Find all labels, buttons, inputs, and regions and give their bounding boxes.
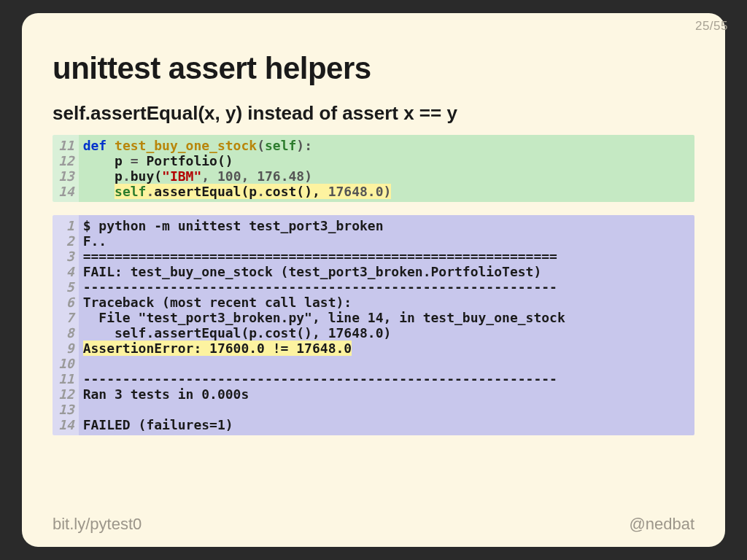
highlight: self.assertEqual(p.cost(), 17648.0) <box>115 184 391 199</box>
line-number: 5 <box>58 279 74 295</box>
code-line: p.buy("IBM", 100, 176.48) <box>83 168 689 184</box>
footer-right: @nedbat <box>629 515 694 534</box>
code-line: def test_buy_one_stock(self): <box>83 138 689 153</box>
line-number: 1 <box>58 218 74 233</box>
code-line <box>83 356 689 371</box>
line-number: 14 <box>58 417 74 432</box>
code-line: Ran 3 tests in 0.000s <box>83 386 689 402</box>
page-counter: 25/55 <box>695 19 728 34</box>
code-block-terminal: 1234567891011121314 $ python -m unittest… <box>53 215 694 435</box>
line-number-gutter: 11121314 <box>53 135 79 202</box>
highlight: AssertionError: 17600.0 != 17648.0 <box>83 341 352 356</box>
code-line: FAIL: test_buy_one_stock (test_port3_bro… <box>83 264 689 279</box>
slide-subtitle: self.assertEqual(x, y) instead of assert… <box>53 102 694 125</box>
line-number: 8 <box>58 325 74 341</box>
slide-footer: bit.ly/pytest0 @nedbat <box>53 515 694 534</box>
code-line: ========================================… <box>83 249 689 264</box>
code-line: p = Portfolio() <box>83 153 689 168</box>
line-number: 4 <box>58 264 74 279</box>
line-number: 2 <box>58 233 74 249</box>
line-number: 10 <box>58 356 74 371</box>
line-number: 12 <box>58 386 74 402</box>
code-line: File "test_port3_broken.py", line 14, in… <box>83 310 689 325</box>
line-number: 14 <box>58 184 74 199</box>
code-line: FAILED (failures=1) <box>83 417 689 432</box>
code-block-python: 11121314 def test_buy_one_stock(self): p… <box>53 135 694 202</box>
footer-link[interactable]: pytest0 <box>90 515 142 533</box>
code-body: def test_buy_one_stock(self): p = Portfo… <box>79 135 694 202</box>
line-number: 13 <box>58 168 74 184</box>
line-number: 11 <box>58 371 74 386</box>
slide-title: unittest assert helpers <box>53 51 694 86</box>
code-line: self.assertEqual(p.cost(), 17648.0) <box>83 325 689 341</box>
code-line: $ python -m unittest test_port3_broken <box>83 218 689 233</box>
line-number: 7 <box>58 310 74 325</box>
footer-left: bit.ly/pytest0 <box>53 515 142 534</box>
line-number: 13 <box>58 402 74 417</box>
line-number: 3 <box>58 249 74 264</box>
code-line: ----------------------------------------… <box>83 371 689 386</box>
code-line: ----------------------------------------… <box>83 279 689 295</box>
code-line: AssertionError: 17600.0 != 17648.0 <box>83 341 689 356</box>
slide: 25/55 unittest assert helpers self.asser… <box>22 13 725 547</box>
line-number: 11 <box>58 138 74 153</box>
code-line: F.. <box>83 233 689 249</box>
code-body: $ python -m unittest test_port3_brokenF.… <box>79 215 694 435</box>
code-line <box>83 402 689 417</box>
line-number: 6 <box>58 295 74 310</box>
line-number: 12 <box>58 153 74 168</box>
code-line: self.assertEqual(p.cost(), 17648.0) <box>83 184 689 199</box>
line-number: 9 <box>58 341 74 356</box>
line-number-gutter: 1234567891011121314 <box>53 215 79 435</box>
code-line: Traceback (most recent call last): <box>83 295 689 310</box>
footer-left-prefix: bit.ly/ <box>53 515 90 533</box>
